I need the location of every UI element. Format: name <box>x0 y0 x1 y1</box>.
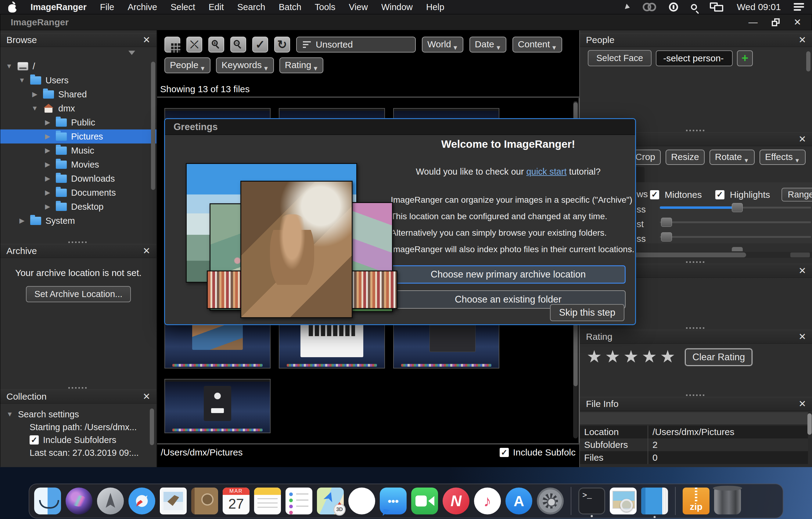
hidden-panel-close-icon[interactable]: ✕ <box>799 266 806 275</box>
effects-button[interactable]: Effects <box>759 149 806 165</box>
include-subfolders-item[interactable]: Include Subfolders <box>0 434 156 446</box>
date-filter-button[interactable]: Date <box>469 37 506 53</box>
panel-resize-handle[interactable] <box>0 386 156 389</box>
finder-dock-icon[interactable] <box>34 488 61 514</box>
menu-tools[interactable]: Tools <box>315 2 336 12</box>
people-close-icon[interactable]: ✕ <box>799 35 806 45</box>
maps-dock-icon[interactable]: 3D <box>317 488 344 514</box>
keywords-filter-button[interactable]: Keywords <box>216 57 274 73</box>
notification-list-icon[interactable] <box>794 3 804 11</box>
menu-file[interactable]: File <box>100 2 114 12</box>
imageranger-dock-icon[interactable] <box>641 488 668 514</box>
tree-item-root[interactable]: / <box>0 59 156 73</box>
tree-item-pictures-selected[interactable]: Pictures <box>0 130 156 143</box>
menu-clock[interactable]: Wed 09:01 <box>737 2 781 12</box>
adjust-close-icon[interactable]: ✕ <box>799 135 806 144</box>
spotlight-search-icon[interactable] <box>691 4 697 10</box>
expander-closed-icon[interactable] <box>44 174 52 183</box>
select-person-combo[interactable]: -select person- <box>656 50 733 66</box>
news-dock-icon[interactable]: N <box>443 488 469 514</box>
choose-archive-location-button[interactable]: Choose new primary archive location <box>391 265 626 283</box>
contrast-slider[interactable] <box>660 217 811 227</box>
menu-help[interactable]: Help <box>426 2 444 12</box>
zoom-out-button[interactable]: − <box>230 37 246 53</box>
mail-dock-icon[interactable] <box>160 488 187 514</box>
sharpness-slider[interactable] <box>660 232 811 242</box>
launchpad-dock-icon[interactable] <box>97 488 124 514</box>
apple-menu-icon[interactable] <box>8 2 17 12</box>
rating-filter-button[interactable]: Rating <box>280 57 324 73</box>
expander-closed-icon[interactable] <box>44 146 52 155</box>
notes-dock-icon[interactable] <box>254 488 281 514</box>
resize-button[interactable]: Resize <box>666 149 705 165</box>
fullscreen-button[interactable]: ⤫ <box>186 37 202 53</box>
displays-icon[interactable] <box>710 2 724 11</box>
siri-dock-icon[interactable] <box>65 488 92 514</box>
file-info-close-icon[interactable]: ✕ <box>799 399 806 408</box>
minimize-icon[interactable]: — <box>749 18 758 27</box>
messages-dock-icon[interactable]: ••• <box>380 488 407 514</box>
panel-resize-handle[interactable] <box>580 393 812 397</box>
expander-closed-icon[interactable] <box>18 217 26 225</box>
tree-item-users[interactable]: Users <box>0 73 156 87</box>
menu-archive[interactable]: Archive <box>127 2 157 12</box>
zip-file-dock-icon[interactable]: zip <box>683 488 709 514</box>
menu-app-name[interactable]: ImageRanger <box>30 2 87 12</box>
trash-dock-icon[interactable] <box>714 488 741 514</box>
ranges-button[interactable]: Ranges <box>782 188 812 201</box>
archive-close-icon[interactable]: ✕ <box>143 246 150 255</box>
expander-open-icon[interactable] <box>6 410 14 418</box>
tree-item-system[interactable]: System <box>0 214 156 228</box>
tree-item-music[interactable]: Music <box>0 143 156 158</box>
menu-search[interactable]: Search <box>237 2 265 12</box>
rotate-button[interactable]: Rotate <box>709 149 755 165</box>
collection-close-icon[interactable]: ✕ <box>143 392 150 401</box>
menu-view[interactable]: View <box>349 2 368 12</box>
tree-item-shared[interactable]: Shared <box>0 87 156 101</box>
content-filter-button[interactable]: Content <box>513 37 562 53</box>
select-all-button[interactable]: ✓ <box>252 37 268 53</box>
grid-view-button[interactable] <box>165 37 180 53</box>
rating-close-icon[interactable]: ✕ <box>799 332 806 341</box>
app-store-dock-icon[interactable]: A <box>505 488 532 514</box>
set-archive-location-button[interactable]: Set Archive Location... <box>26 286 131 302</box>
expander-closed-icon[interactable] <box>44 203 52 211</box>
menu-edit[interactable]: Edit <box>209 2 224 12</box>
tree-item-public[interactable]: Public <box>0 115 156 130</box>
zoom-in-button[interactable]: + <box>208 37 224 53</box>
refresh-button[interactable]: ↻ <box>274 37 290 53</box>
file-info-scrollbar[interactable] <box>807 413 812 435</box>
brightness-slider[interactable] <box>660 202 811 213</box>
calendar-dock-icon[interactable]: MAR 27 <box>223 488 250 514</box>
music-dock-icon[interactable]: ♪ <box>474 488 501 514</box>
checkbox-checked-icon[interactable] <box>30 435 39 444</box>
cursor-status-icon[interactable] <box>625 4 631 10</box>
expander-open-icon[interactable] <box>31 104 39 112</box>
world-filter-button[interactable]: World <box>422 37 463 53</box>
menu-window[interactable]: Window <box>381 2 413 12</box>
restore-icon[interactable] <box>772 18 780 26</box>
tree-item-documents[interactable]: Documents <box>0 186 156 200</box>
highlights-checkbox[interactable] <box>715 190 724 199</box>
add-person-button[interactable]: + <box>737 50 753 66</box>
onepassword-icon[interactable] <box>669 2 678 11</box>
reminders-dock-icon[interactable] <box>286 488 312 514</box>
panel-resize-handle[interactable] <box>0 240 156 244</box>
panel-resize-handle[interactable] <box>580 326 812 330</box>
terminal-dock-icon[interactable]: >_ <box>578 488 605 514</box>
expander-closed-icon[interactable] <box>44 161 52 168</box>
collection-scrollbar[interactable] <box>150 408 154 445</box>
preview-dock-icon[interactable] <box>610 488 637 514</box>
starting-path-item[interactable]: Starting path: /Users/dmx... <box>0 421 156 434</box>
creative-cloud-icon[interactable] <box>643 3 656 11</box>
close-icon[interactable]: ✕ <box>794 18 801 27</box>
thumbnail[interactable] <box>165 379 270 433</box>
browse-close-icon[interactable]: ✕ <box>143 35 150 45</box>
photos-dock-icon[interactable] <box>348 488 375 514</box>
clear-rating-button[interactable]: Clear Rating <box>685 349 752 366</box>
skip-step-button[interactable]: Skip this step <box>550 304 625 321</box>
expander-closed-icon[interactable] <box>44 133 52 140</box>
last-scan-item[interactable]: Last scan: 27.03.2019 09:... <box>0 446 156 459</box>
expander-closed-icon[interactable] <box>31 90 39 98</box>
tree-item-downloads[interactable]: Downloads <box>0 171 156 186</box>
